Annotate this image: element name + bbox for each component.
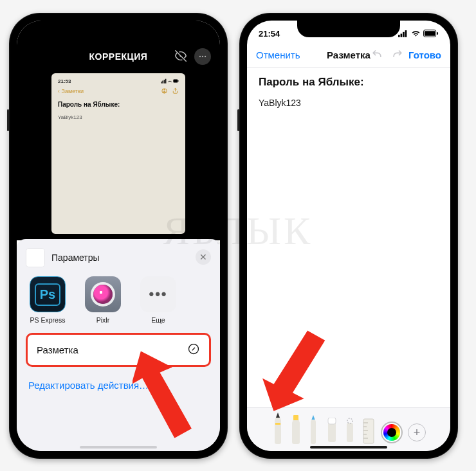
editor-header: КОРРЕКЦИЯ	[17, 45, 220, 68]
status-indicators	[398, 30, 439, 37]
app-label: Еще	[136, 316, 180, 324]
svg-rect-3	[161, 82, 161, 84]
svg-point-1	[202, 56, 203, 57]
done-button[interactable]: Готово	[408, 49, 441, 60]
phone-left: КОРРЕКЦИЯ 21:53	[9, 13, 228, 459]
svg-rect-15	[403, 31, 405, 37]
add-button[interactable]: +	[408, 423, 426, 441]
thumb-body: YaBlyk123	[58, 114, 179, 120]
markup-header: Отменить Разметка Готово	[247, 42, 450, 68]
thumb-time: 21:53	[58, 78, 71, 85]
thumb-nav-icons	[161, 87, 179, 94]
svg-rect-6	[165, 79, 166, 84]
sheet-thumb-icon	[26, 248, 45, 267]
undo-icon[interactable]	[371, 48, 383, 62]
app-label: PS Express	[26, 316, 69, 324]
editor-title: КОРРЕКЦИЯ	[89, 51, 148, 62]
svg-rect-4	[162, 81, 163, 84]
svg-rect-5	[164, 80, 165, 84]
phone-right: 21:54 Отменить Разметка Готово Пароль на…	[239, 13, 458, 459]
doc-title: Пароль на Яблыке:	[259, 76, 439, 89]
svg-rect-14	[401, 33, 403, 37]
ps-express-icon: Ps	[30, 276, 66, 312]
app-pixlr[interactable]: Pixlr	[81, 276, 125, 324]
more-icon[interactable]	[194, 48, 211, 65]
svg-marker-12	[133, 347, 192, 442]
svg-rect-7	[174, 80, 178, 83]
action-label: Разметка	[37, 344, 78, 355]
visibility-icon[interactable]	[174, 49, 188, 65]
doc-body: YaBlyk123	[259, 98, 439, 108]
app-more[interactable]: ••• Еще	[136, 276, 180, 324]
svg-rect-8	[178, 80, 179, 82]
thumb-title: Пароль на Яблыке:	[58, 101, 179, 108]
notch	[67, 21, 170, 37]
close-icon[interactable]: ✕	[196, 249, 211, 265]
cancel-button[interactable]: Отменить	[256, 49, 300, 60]
ruler-tool[interactable]	[362, 415, 374, 445]
pixlr-icon	[85, 276, 121, 312]
home-indicator[interactable]	[310, 446, 387, 449]
redo-icon[interactable]	[391, 48, 404, 62]
svg-point-2	[205, 56, 206, 57]
screenshot-thumbnail[interactable]: 21:53 ‹ Заметки Пароль на Яблыке: YaBlyk…	[51, 73, 185, 234]
thumb-status-icons	[161, 78, 179, 85]
notch	[297, 21, 400, 37]
app-ps-express[interactable]: Ps PS Express	[26, 276, 69, 324]
svg-rect-13	[398, 35, 400, 37]
svg-point-10	[163, 89, 165, 91]
svg-point-25	[347, 418, 352, 423]
svg-rect-16	[405, 30, 407, 37]
undo-redo-group	[371, 48, 404, 62]
sheet-header: Параметры ✕	[26, 248, 211, 267]
more-apps-icon: •••	[140, 276, 176, 312]
sheet-title: Параметры	[51, 253, 100, 263]
header-title: Разметка	[327, 49, 371, 60]
screen-right: 21:54 Отменить Разметка Готово Пароль на…	[247, 21, 450, 451]
app-row: Ps PS Express Pixlr ••• Еще	[26, 276, 211, 324]
svg-rect-19	[437, 32, 438, 35]
app-label: Pixlr	[81, 316, 125, 324]
home-indicator[interactable]	[80, 446, 157, 449]
svg-marker-32	[262, 329, 325, 414]
svg-rect-24	[347, 423, 353, 442]
callout-arrow	[262, 329, 346, 425]
thumb-back-link: ‹ Заметки	[58, 88, 84, 94]
status-time: 21:54	[259, 29, 280, 39]
color-picker-button[interactable]	[383, 424, 400, 441]
svg-rect-18	[425, 31, 435, 36]
svg-point-0	[199, 56, 201, 57]
screen-left: КОРРЕКЦИЯ 21:53	[17, 21, 220, 451]
callout-arrow	[133, 342, 220, 445]
